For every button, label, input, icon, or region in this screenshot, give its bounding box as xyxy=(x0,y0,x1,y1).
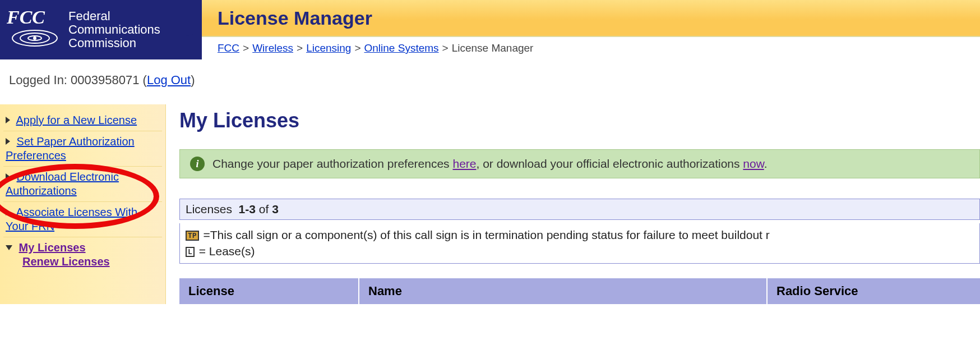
breadcrumb-link-fcc[interactable]: FCC xyxy=(218,42,239,54)
org-name-line2: Communications xyxy=(68,23,160,36)
notice-link-now[interactable]: now xyxy=(743,157,764,170)
licenses-table: License Name Radio Service xyxy=(179,278,980,304)
header-right: License Manager FCC > Wireless > Licensi… xyxy=(202,0,980,59)
l-badge-icon: L xyxy=(186,247,195,257)
sidebar: Apply for a New License Set Paper Author… xyxy=(0,104,166,304)
header-logo-area: FCC Federal Communications Commission xyxy=(0,0,202,59)
header: FCC Federal Communications Commission Li… xyxy=(0,0,980,59)
sidebar-item-paper-auth-prefs[interactable]: Set Paper Authorization Preferences xyxy=(3,131,162,167)
org-name-line3: Commission xyxy=(68,36,160,50)
login-bar: Logged In: 0003958071 (Log Out) xyxy=(0,59,980,104)
arrow-right-icon xyxy=(6,173,10,180)
info-icon: i xyxy=(190,157,205,171)
svg-text:FCC: FCC xyxy=(7,7,45,27)
login-prefix: Logged In: xyxy=(9,73,71,87)
breadcrumb-link-licensing[interactable]: Licensing xyxy=(306,42,351,54)
tp-badge-icon: TP xyxy=(186,231,199,241)
org-name-line1: Federal xyxy=(68,10,160,23)
org-name: Federal Communications Commission xyxy=(68,10,160,50)
legend-l-text: = Lease(s) xyxy=(199,245,255,258)
main: Apply for a New License Set Paper Author… xyxy=(0,104,980,304)
breadcrumb-link-wireless[interactable]: Wireless xyxy=(252,42,293,54)
notice-link-here[interactable]: here xyxy=(452,157,476,170)
legend-tp-text: =This call sign or a component(s) of thi… xyxy=(204,228,770,241)
breadcrumb-link-online-systems[interactable]: Online Systems xyxy=(364,42,439,54)
content: My Licenses i Change your paper authoriz… xyxy=(166,104,980,304)
fcc-logo: FCC xyxy=(7,7,63,53)
title-bar: License Manager xyxy=(202,0,980,36)
sidebar-item-apply-new-license[interactable]: Apply for a New License xyxy=(3,110,162,131)
sidebar-link[interactable]: Associate Licenses With Your FRN xyxy=(6,206,137,232)
licenses-header-row: License Name Radio Service xyxy=(179,278,980,304)
breadcrumb-current: License Manager xyxy=(452,42,534,54)
notice-banner: i Change your paper authorization prefer… xyxy=(179,149,980,178)
page-title: My Licenses xyxy=(179,109,980,132)
col-name[interactable]: Name xyxy=(359,278,767,304)
sidebar-sublist: Renew Licenses xyxy=(6,255,160,269)
col-license[interactable]: License xyxy=(179,278,359,304)
app-title: License Manager xyxy=(218,7,372,29)
sidebar-item-associate-licenses[interactable]: Associate Licenses With Your FRN xyxy=(3,202,162,237)
arrow-down-icon xyxy=(6,245,12,250)
logout-link[interactable]: Log Out xyxy=(147,73,191,87)
sidebar-subitem-renew-licenses[interactable]: Renew Licenses xyxy=(22,255,160,269)
col-radio-service[interactable]: Radio Service xyxy=(767,278,980,304)
arrow-right-icon xyxy=(6,138,10,145)
arrow-right-icon xyxy=(6,117,10,123)
sidebar-link[interactable]: Set Paper Authorization Preferences xyxy=(6,135,135,162)
sidebar-link[interactable]: Download Electronic Authorizations xyxy=(6,171,119,197)
legend: TP =This call sign or a component(s) of … xyxy=(179,223,980,264)
breadcrumb: FCC > Wireless > Licensing > Online Syst… xyxy=(202,36,980,59)
login-id: 0003958071 xyxy=(71,73,139,87)
sidebar-link[interactable]: Apply for a New License xyxy=(16,114,137,126)
license-summary: Licenses 1-3 of 3 xyxy=(179,199,980,220)
sidebar-item-my-licenses[interactable]: My Licenses Renew Licenses xyxy=(3,237,162,272)
arrow-right-icon xyxy=(6,209,10,215)
notice-text: Change your paper authorization preferen… xyxy=(212,157,768,171)
sidebar-link[interactable]: My Licenses xyxy=(19,241,86,254)
sidebar-item-download-electronic-auth[interactable]: Download Electronic Authorizations xyxy=(3,167,162,202)
svg-point-4 xyxy=(33,36,36,40)
